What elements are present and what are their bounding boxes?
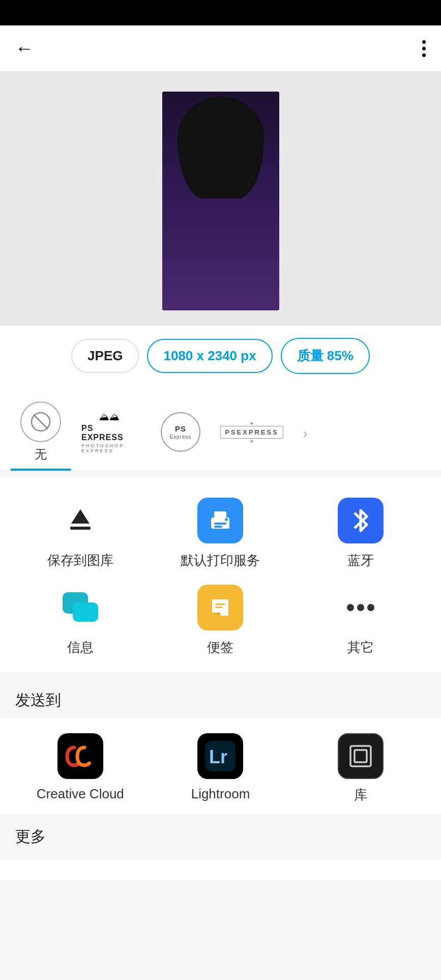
info-pills: JPEG 1080 x 2340 px 质量 85%	[0, 326, 441, 386]
svg-rect-5	[214, 523, 226, 525]
action-note[interactable]: 便签	[151, 585, 291, 656]
print-label: 默认打印服务	[181, 552, 260, 569]
actions-section: 保存到图库 默认打印服务 蓝牙	[0, 477, 441, 672]
action-print[interactable]: 默认打印服务	[151, 498, 291, 569]
bluetooth-label: 蓝牙	[347, 552, 374, 569]
actions-grid: 保存到图库 默认打印服务 蓝牙	[0, 498, 441, 656]
lightroom-label: Lightroom	[191, 786, 250, 802]
dot2	[422, 47, 426, 50]
bluetooth-icon	[338, 498, 384, 543]
preview-image	[162, 92, 279, 310]
watermark-ps2[interactable]: PS Express	[148, 407, 214, 460]
dot3	[422, 53, 426, 57]
watermark-ps2-icon: PS Express	[158, 412, 203, 452]
watermark-ps1-icon: ⛰⛰ PS EXPRESS PHOTOSHOP EXPRESS	[81, 412, 137, 452]
creative-cloud-label: Creative Cloud	[37, 786, 124, 802]
image-preview	[0, 71, 441, 326]
apps-grid: Creative Cloud Lr Lightroom	[0, 733, 441, 804]
app-creative-cloud[interactable]: Creative Cloud	[10, 733, 151, 804]
svg-line-1	[34, 415, 48, 429]
action-save[interactable]: 保存到图库	[10, 498, 151, 569]
save-label: 保存到图库	[47, 552, 113, 569]
svg-rect-6	[214, 526, 222, 528]
watermark-scroll: 无 ⛰⛰ PS EXPRESS PHOTOSHOP EXPRESS PS Exp…	[0, 391, 441, 471]
send-to-section: 发送到	[0, 678, 441, 718]
svg-point-14	[357, 604, 364, 611]
more-menu-button[interactable]	[422, 40, 426, 57]
send-to-label: 发送到	[15, 691, 61, 708]
watermark-ps3-icon: ★ PSEXPRESS ★	[224, 412, 280, 452]
svg-rect-11	[215, 603, 225, 605]
dots-icon	[338, 585, 384, 630]
action-bluetooth[interactable]: 蓝牙	[290, 498, 431, 569]
dot1	[422, 40, 426, 44]
app-lightroom[interactable]: Lr Lightroom	[151, 733, 291, 804]
message-label: 信息	[67, 639, 94, 656]
watermark-section: 无 ⛰⛰ PS EXPRESS PHOTOSHOP EXPRESS PS Exp…	[0, 386, 441, 471]
lightroom-icon: Lr	[197, 733, 243, 779]
watermark-ps3[interactable]: ★ PSEXPRESS ★	[214, 407, 290, 460]
watermark-chevron[interactable]: ›	[295, 425, 315, 442]
watermark-none[interactable]: 无	[10, 396, 71, 471]
action-message[interactable]: 信息	[10, 585, 151, 656]
svg-point-13	[347, 604, 354, 611]
svg-rect-12	[215, 607, 222, 608]
bottom-space	[0, 859, 441, 880]
svg-text:Lr: Lr	[209, 746, 227, 767]
note-icon	[197, 585, 243, 630]
watermark-none-icon	[20, 401, 61, 442]
watermark-none-label: 无	[35, 446, 47, 463]
creative-cloud-icon	[57, 733, 103, 779]
svg-rect-2	[70, 527, 91, 530]
apps-section: Creative Cloud Lr Lightroom	[0, 718, 441, 814]
more-section: 更多	[0, 814, 441, 859]
note-label: 便签	[207, 639, 233, 656]
back-button[interactable]: ←	[15, 39, 34, 57]
print-icon	[197, 498, 243, 543]
svg-rect-10	[73, 602, 98, 622]
svg-marker-3	[71, 509, 90, 524]
action-other[interactable]: 其它	[290, 585, 431, 656]
resolution-pill[interactable]: 1080 x 2340 px	[147, 339, 272, 373]
message-icon	[57, 585, 103, 630]
library-label: 库	[354, 786, 367, 804]
format-pill[interactable]: JPEG	[71, 339, 139, 373]
svg-rect-7	[214, 511, 226, 518]
library-icon	[338, 733, 384, 779]
nav-bar: ←	[0, 25, 441, 71]
quality-pill[interactable]: 质量 85%	[281, 338, 370, 374]
save-icon	[57, 498, 103, 543]
more-label: 更多	[15, 828, 46, 845]
other-label: 其它	[347, 639, 374, 656]
svg-point-8	[225, 518, 228, 521]
status-bar	[0, 0, 441, 25]
watermark-ps1[interactable]: ⛰⛰ PS EXPRESS PHOTOSHOP EXPRESS	[71, 407, 148, 460]
app-library[interactable]: 库	[290, 733, 431, 804]
svg-point-15	[367, 604, 374, 611]
